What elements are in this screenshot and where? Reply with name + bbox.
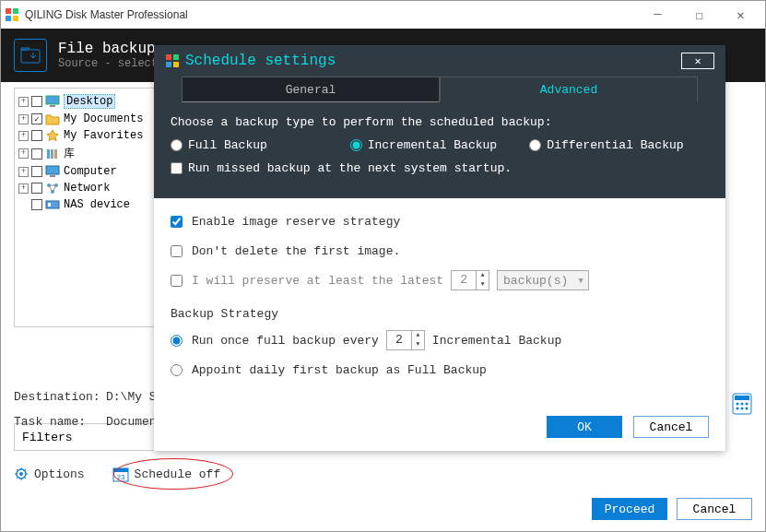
header-title: File backup <box>58 41 158 57</box>
options-button[interactable]: Options <box>14 467 85 481</box>
svg-rect-31 <box>173 54 179 60</box>
schedule-button[interactable]: 23 Schedule off <box>112 466 221 482</box>
expand-icon[interactable]: + <box>18 114 29 124</box>
source-tree[interactable]: + Desktop + ✓ My Documents + My Favorite… <box>14 88 158 327</box>
spinner-up-icon[interactable]: ▲ <box>477 271 489 280</box>
svg-rect-4 <box>21 50 40 63</box>
expand-icon[interactable]: + <box>18 183 29 194</box>
cancel-button[interactable]: Cancel <box>677 498 752 520</box>
strategy-run-radio[interactable] <box>171 335 183 347</box>
destination-label: Destination: <box>14 390 106 404</box>
checkbox[interactable] <box>31 166 42 177</box>
ok-button[interactable]: OK <box>547 416 622 438</box>
bottom-options: Options 23 Schedule off <box>14 466 220 482</box>
svg-point-20 <box>741 403 744 406</box>
svg-rect-1 <box>13 8 18 14</box>
calculator-icon[interactable] <box>732 393 752 415</box>
main-buttons: Proceed Cancel <box>592 498 752 520</box>
tree-item-nas[interactable]: NAS device <box>18 196 153 213</box>
tree-item-documents[interactable]: + ✓ My Documents <box>18 111 153 127</box>
gear-icon <box>14 467 29 481</box>
modal-header: Schedule settings ✕ General Advanced Cho… <box>154 45 725 198</box>
svg-rect-0 <box>6 8 11 14</box>
checkbox[interactable] <box>31 199 42 210</box>
svg-text:23: 23 <box>116 473 124 481</box>
expand-icon[interactable]: + <box>18 148 29 159</box>
svg-point-26 <box>19 472 23 476</box>
svg-rect-33 <box>173 62 179 67</box>
schedule-settings-dialog: Schedule settings ✕ General Advanced Cho… <box>154 45 725 451</box>
modal-tabs: General Advanced <box>154 73 725 102</box>
svg-rect-18 <box>735 396 749 400</box>
checkbox[interactable] <box>31 183 42 194</box>
cancel-button[interactable]: Cancel <box>633 416 709 438</box>
expand-icon[interactable]: + <box>18 97 29 107</box>
tree-item-desktop[interactable]: + Desktop <box>18 92 153 111</box>
svg-point-22 <box>737 408 739 410</box>
tree-item-network[interactable]: + Network <box>18 180 153 196</box>
network-icon <box>45 182 60 195</box>
header-subtitle: Source - select <box>58 57 158 70</box>
svg-rect-11 <box>50 175 55 177</box>
radio-full-backup[interactable]: Full Backup <box>171 138 350 152</box>
enable-reserve-checkbox[interactable] <box>171 216 183 228</box>
svg-rect-16 <box>48 203 51 207</box>
svg-rect-8 <box>51 149 53 159</box>
maximize-button[interactable]: ☐ <box>678 2 720 28</box>
desktop-icon <box>45 95 60 108</box>
strategy-appoint-radio[interactable] <box>171 364 183 376</box>
nas-icon <box>45 198 60 211</box>
checkbox[interactable]: ✓ <box>31 113 42 124</box>
svg-rect-3 <box>13 16 18 21</box>
tree-label: NAS device <box>64 198 130 211</box>
checkbox[interactable] <box>31 148 42 160</box>
tree-label: My Favorites <box>64 129 143 142</box>
svg-point-21 <box>746 403 748 406</box>
expand-icon[interactable]: + <box>18 131 29 141</box>
checkbox[interactable] <box>31 130 42 141</box>
taskname-label: Task name: <box>14 415 106 429</box>
proceed-button[interactable]: Proceed <box>592 498 667 520</box>
tree-item-computer[interactable]: + Computer <box>18 163 153 180</box>
spinner-down-icon[interactable]: ▼ <box>412 340 424 349</box>
backup-strategy-title: Backup Strategy <box>171 307 709 321</box>
file-backup-icon <box>14 39 47 72</box>
computer-icon <box>45 165 60 178</box>
folder-icon <box>45 112 60 125</box>
close-button[interactable]: ✕ <box>720 2 761 28</box>
app-logo <box>5 7 19 22</box>
svg-rect-5 <box>46 96 59 104</box>
spinner-down-icon[interactable]: ▼ <box>477 280 489 290</box>
tree-item-library[interactable]: + 库 <box>18 144 153 163</box>
radio-differential-backup[interactable]: Differential Backup <box>529 138 709 152</box>
preserve-label: I will preserve at least the latest <box>192 274 443 288</box>
dont-delete-checkbox[interactable] <box>171 245 183 257</box>
radio-incremental-backup[interactable]: Incremental Backup <box>350 138 530 152</box>
tree-item-favorites[interactable]: + My Favorites <box>18 127 153 144</box>
preserve-unit-select[interactable]: backup(s) <box>497 270 589 290</box>
checkbox[interactable] <box>31 96 42 107</box>
backup-type-instruction: Choose a backup type to perform the sche… <box>154 102 725 138</box>
svg-rect-7 <box>47 149 50 159</box>
modal-close-button[interactable]: ✕ <box>681 53 714 69</box>
strategy-appoint-label: Appoint daily first backup as Full Backu… <box>192 363 487 377</box>
dont-delete-label: Don't delete the first image. <box>192 244 400 258</box>
tree-label: Network <box>64 182 110 195</box>
tab-advanced[interactable]: Advanced <box>440 77 698 102</box>
svg-rect-6 <box>50 105 55 107</box>
svg-point-19 <box>737 403 739 406</box>
run-missed-checkbox[interactable] <box>171 162 183 174</box>
strategy-run-prefix: Run once full backup every <box>192 334 379 348</box>
svg-rect-10 <box>46 166 59 174</box>
tab-general[interactable]: General <box>182 77 440 102</box>
preserve-checkbox[interactable] <box>171 275 183 287</box>
spinner-up-icon[interactable]: ▲ <box>412 331 424 340</box>
minimize-button[interactable]: ─ <box>637 2 678 28</box>
main-window: QILING Disk Master Professional ─ ☐ ✕ Fi… <box>0 0 766 532</box>
run-missed-label: Run missed backup at the next system sta… <box>188 161 512 175</box>
preserve-count-spinner[interactable]: 2 ▲▼ <box>451 270 489 290</box>
strategy-count-spinner[interactable]: 2 ▲▼ <box>386 330 425 350</box>
svg-rect-30 <box>166 54 171 60</box>
modal-title: Schedule settings <box>185 53 336 69</box>
expand-icon[interactable]: + <box>18 167 29 177</box>
